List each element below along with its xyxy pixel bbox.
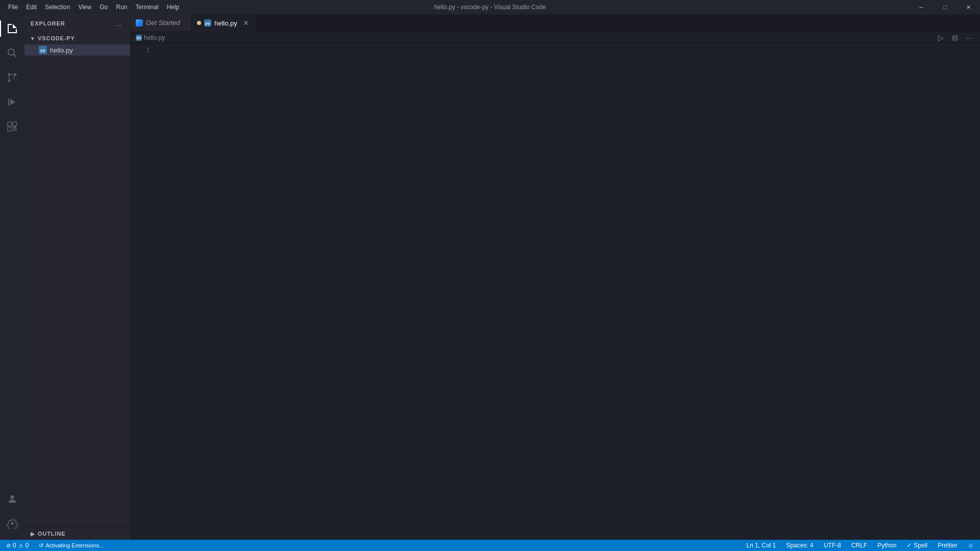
status-spaces[interactable]: Spaces: 4 bbox=[784, 540, 815, 551]
status-line-ending[interactable]: CRLF bbox=[849, 540, 869, 551]
editor-area: Get Started py hello.py ✕ py hello.py ▷ bbox=[131, 14, 980, 540]
activity-run-debug[interactable] bbox=[0, 90, 24, 114]
svg-marker-5 bbox=[10, 99, 15, 105]
menu-view[interactable]: View bbox=[74, 0, 95, 14]
breadcrumb-file-icon: py bbox=[136, 35, 142, 41]
line-number-1: 1 bbox=[135, 45, 150, 55]
menu-file[interactable]: File bbox=[4, 0, 22, 14]
menu-bar: File Edit Selection View Go Run Terminal… bbox=[0, 0, 183, 14]
more-actions-button[interactable]: ··· bbox=[964, 32, 975, 43]
svg-point-12 bbox=[10, 495, 14, 499]
python-file-icon: py bbox=[39, 46, 47, 54]
tab-get-started-label: Get Started bbox=[146, 19, 180, 27]
status-spell[interactable]: ✓ Spell bbox=[904, 540, 929, 551]
outline-header[interactable]: ▶ Outline bbox=[24, 528, 130, 540]
svg-point-4 bbox=[8, 80, 11, 82]
activity-search[interactable] bbox=[0, 41, 24, 65]
tab-close-button[interactable]: ✕ bbox=[241, 18, 251, 28]
menu-run[interactable]: Run bbox=[112, 0, 131, 14]
outline-chevron: ▶ bbox=[29, 530, 37, 538]
activity-extensions[interactable] bbox=[0, 114, 24, 139]
status-right: Ln 1, Col 1 Spaces: 4 UTF-8 CRLF Python … bbox=[744, 540, 976, 551]
svg-rect-8 bbox=[13, 122, 17, 126]
sidebar-actions: ... bbox=[113, 18, 124, 29]
status-errors[interactable]: ⊘ 0 ⚠ 0 bbox=[4, 540, 31, 551]
sidebar-bottom: ▶ Outline bbox=[24, 527, 130, 540]
menu-go[interactable]: Go bbox=[95, 0, 112, 14]
sidebar: Explorer ... ▾ VSCODE-PY py hello.py bbox=[24, 14, 131, 540]
activity-accounts[interactable] bbox=[0, 487, 24, 511]
error-count: 0 bbox=[13, 542, 16, 549]
warning-icon: ⚠ bbox=[18, 542, 23, 549]
editor-content[interactable]: 1 bbox=[131, 43, 980, 540]
tab-hello-py-label: hello.py bbox=[214, 19, 237, 27]
editor-toolbar-right: ▷ ⊟ ··· bbox=[935, 32, 975, 43]
activity-bottom bbox=[0, 487, 24, 540]
menu-edit[interactable]: Edit bbox=[22, 0, 41, 14]
spell-label: Spell bbox=[914, 542, 927, 549]
line-numbers: 1 bbox=[131, 43, 156, 540]
breadcrumb-file-name: hello.py bbox=[144, 34, 165, 41]
svg-point-2 bbox=[8, 73, 11, 76]
status-syncing: ↺ Activating Extensions... bbox=[37, 540, 106, 551]
svg-line-1 bbox=[14, 55, 17, 58]
svg-point-13 bbox=[11, 522, 14, 525]
activity-explorer[interactable] bbox=[0, 16, 24, 41]
sidebar-header: Explorer ... bbox=[24, 14, 130, 32]
get-started-icon bbox=[136, 19, 143, 27]
breadcrumb: py hello.py bbox=[136, 34, 165, 41]
window-controls: ─ □ ✕ bbox=[910, 0, 980, 14]
window-title: hello.py - vscode-py - Visual Studio Cod… bbox=[434, 4, 546, 11]
status-feedback[interactable]: ☺ bbox=[966, 540, 976, 551]
file-name: hello.py bbox=[50, 46, 73, 54]
menu-help[interactable]: Help bbox=[163, 0, 184, 14]
menu-terminal[interactable]: Terminal bbox=[131, 0, 162, 14]
tab-get-started[interactable]: Get Started bbox=[131, 14, 192, 32]
project-root[interactable]: ▾ VSCODE-PY bbox=[24, 32, 130, 44]
content-area: Explorer ... ▾ VSCODE-PY py hello.py bbox=[0, 14, 980, 540]
split-editor-button[interactable]: ⊟ bbox=[949, 32, 961, 43]
file-hello-py[interactable]: py hello.py bbox=[24, 44, 130, 56]
editor-toolbar: py hello.py ▷ ⊟ ··· bbox=[131, 32, 980, 43]
syncing-text: Activating Extensions... bbox=[45, 542, 104, 548]
outline-label: Outline bbox=[38, 531, 65, 537]
sidebar-title: Explorer bbox=[31, 20, 65, 27]
status-left: ⊘ 0 ⚠ 0 ↺ Activating Extensions... bbox=[4, 540, 106, 551]
sidebar-more-actions[interactable]: ... bbox=[113, 18, 124, 29]
syncing-icon: ↺ bbox=[39, 542, 43, 549]
minimize-button[interactable]: ─ bbox=[910, 0, 933, 14]
svg-point-3 bbox=[14, 73, 17, 76]
svg-rect-6 bbox=[8, 98, 9, 106]
run-python-button[interactable]: ▷ bbox=[935, 32, 946, 43]
project-chevron: ▾ bbox=[29, 34, 37, 42]
svg-point-0 bbox=[8, 49, 14, 55]
tab-hello-py[interactable]: py hello.py ✕ bbox=[192, 14, 256, 32]
activity-source-control[interactable] bbox=[0, 65, 24, 90]
python-tab-icon: py bbox=[204, 19, 211, 27]
svg-rect-9 bbox=[8, 127, 12, 131]
project-name: VSCODE-PY bbox=[38, 35, 75, 41]
title-bar: File Edit Selection View Go Run Terminal… bbox=[0, 0, 980, 14]
explorer-tree: ▾ VSCODE-PY py hello.py bbox=[24, 32, 130, 527]
svg-rect-7 bbox=[8, 122, 12, 126]
status-bar: ⊘ 0 ⚠ 0 ↺ Activating Extensions... Ln 1,… bbox=[0, 540, 980, 551]
error-icon: ⊘ bbox=[6, 542, 11, 549]
app: Explorer ... ▾ VSCODE-PY py hello.py bbox=[0, 14, 980, 551]
tab-bar: Get Started py hello.py ✕ bbox=[131, 14, 980, 32]
close-button[interactable]: ✕ bbox=[957, 0, 980, 14]
spell-check-icon: ✓ bbox=[906, 542, 912, 549]
menu-selection[interactable]: Selection bbox=[41, 0, 74, 14]
status-prettier[interactable]: Prettier bbox=[936, 540, 960, 551]
status-language[interactable]: Python bbox=[875, 540, 898, 551]
maximize-button[interactable]: □ bbox=[933, 0, 957, 14]
warning-count: 0 bbox=[26, 542, 29, 549]
status-encoding[interactable]: UTF-8 bbox=[822, 540, 843, 551]
status-position[interactable]: Ln 1, Col 1 bbox=[744, 540, 778, 551]
activity-settings[interactable] bbox=[0, 511, 24, 536]
activity-bar bbox=[0, 14, 24, 540]
code-area[interactable] bbox=[156, 43, 980, 540]
tab-modified-dot bbox=[197, 21, 201, 25]
svg-rect-11 bbox=[14, 126, 16, 128]
